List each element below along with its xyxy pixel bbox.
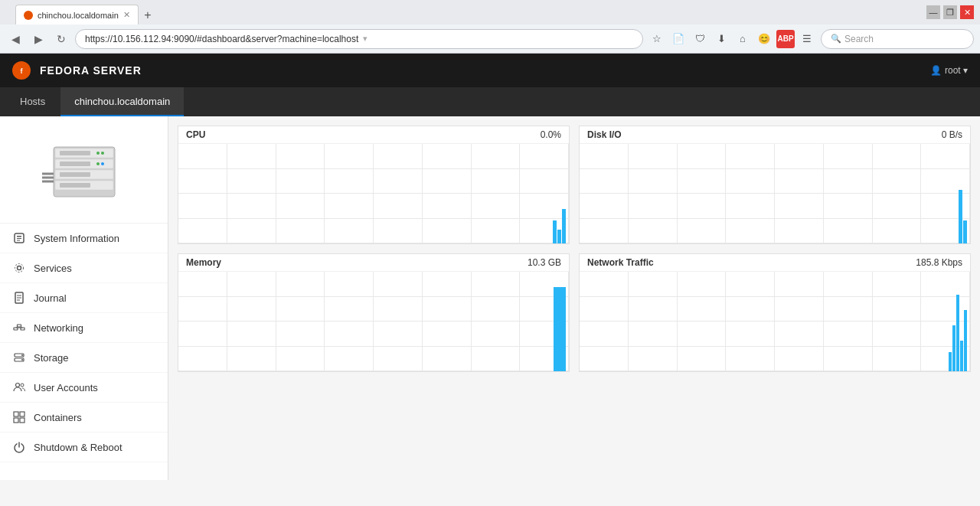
memory-chart-columns (178, 272, 569, 371)
system-information-label: System Information (34, 233, 119, 244)
memory-col-5 (374, 272, 423, 371)
network-metric-header: Network Traffic 185.8 Kbps (580, 254, 970, 272)
hosts-tab[interactable]: Hosts (6, 87, 59, 116)
svg-point-38 (16, 384, 20, 387)
download-icon[interactable]: ⬇ (712, 30, 730, 48)
cpu-metric-header: CPU 0.0% (178, 126, 569, 144)
chart-col-6 (423, 144, 472, 243)
main-layout: System Information Services Journal Netw… (0, 116, 980, 480)
disk-col-2 (629, 144, 678, 243)
tab-title: chinchou.localdomain (38, 11, 119, 20)
sidebar-item-services[interactable]: Services (0, 253, 168, 283)
hosts-tab-label: Hosts (20, 96, 45, 107)
network-bar-1 (949, 352, 952, 371)
minimize-button[interactable]: — (926, 5, 940, 19)
svg-rect-40 (14, 412, 18, 416)
close-button[interactable]: ✕ (960, 5, 974, 19)
svg-rect-7 (60, 151, 90, 155)
memory-chart (178, 272, 569, 371)
tab-favicon (24, 11, 33, 20)
sidebar-item-journal[interactable]: Journal (0, 283, 168, 313)
app-title: FEDORA SERVER (40, 64, 142, 77)
svg-point-36 (21, 354, 23, 356)
svg-rect-42 (14, 418, 18, 423)
fedora-logo-icon: f (16, 65, 27, 76)
disk-bar-1 (959, 190, 962, 243)
memory-bar-1 (554, 287, 566, 371)
svg-point-37 (21, 359, 23, 361)
close-tab-icon[interactable]: ✕ (123, 10, 130, 20)
shield-icon[interactable]: 🛡 (691, 30, 709, 48)
active-host-tab[interactable]: chinchou.localdomain (60, 87, 184, 116)
active-host-label: chinchou.localdomain (74, 96, 170, 107)
disk-col-7 (873, 144, 922, 243)
bookmark-icon[interactable]: ☆ (648, 30, 666, 48)
menu-icon[interactable]: ☰ (798, 30, 816, 48)
svg-point-13 (96, 162, 100, 165)
system-information-icon (12, 231, 26, 245)
memory-bars (554, 272, 566, 371)
cpu-bar-3 (562, 209, 566, 243)
disk-col-5 (775, 144, 824, 243)
cpu-value: 0.0% (541, 129, 561, 140)
svg-point-14 (101, 162, 104, 165)
svg-point-22 (18, 266, 21, 270)
server-illustration (38, 132, 130, 208)
chart-col-3 (276, 144, 325, 243)
sidebar-item-storage[interactable]: Storage (0, 343, 168, 373)
disk-col-3 (678, 144, 727, 243)
active-tab[interactable]: chinchou.localdomain ✕ (15, 5, 139, 24)
cpu-bar-2 (557, 230, 561, 243)
sidebar-item-networking[interactable]: Networking (0, 313, 168, 343)
svg-rect-8 (60, 162, 90, 166)
svg-point-39 (21, 384, 24, 387)
memory-col-6 (423, 272, 472, 371)
adblock-icon[interactable]: ABP (776, 30, 795, 48)
new-tab-button[interactable]: + (139, 6, 157, 24)
reader-icon[interactable]: 📄 (669, 30, 688, 48)
search-placeholder: Search (844, 34, 874, 44)
search-bar[interactable]: 🔍 Search (821, 29, 974, 49)
sidebar-item-shutdown-reboot[interactable]: Shutdown & Reboot (0, 433, 168, 462)
forward-button[interactable]: ▶ (29, 30, 47, 48)
chart-col-1 (178, 144, 227, 243)
tab-bar: chinchou.localdomain ✕ + (12, 0, 920, 24)
journal-label: Journal (34, 292, 67, 304)
network-bar-3 (956, 295, 959, 371)
memory-value: 10.3 GB (528, 257, 561, 268)
storage-label: Storage (34, 352, 69, 364)
network-bars (949, 272, 967, 371)
disk-col-1 (580, 144, 629, 243)
toolbar-icons: ☆ 📄 🛡 ⬇ ⌂ 😊 ABP ☰ (648, 30, 816, 48)
network-metric-card: Network Traffic 185.8 Kbps (579, 253, 971, 372)
network-bar-2 (952, 325, 956, 371)
network-col-3 (678, 272, 727, 371)
reload-button[interactable]: ↻ (52, 30, 70, 48)
cpu-metric-card: CPU 0.0% (178, 126, 570, 244)
svg-point-11 (96, 152, 100, 155)
svg-point-23 (15, 264, 24, 273)
profile-icon[interactable]: 😊 (755, 30, 773, 48)
cpu-chart (178, 144, 569, 243)
search-icon: 🔍 (831, 34, 841, 44)
memory-metric-card: Memory 10.3 GB (178, 253, 570, 372)
sidebar-item-containers[interactable]: Containers (0, 403, 168, 433)
networking-icon (12, 321, 26, 335)
sidebar-item-system-information[interactable]: System Information (0, 224, 168, 253)
sidebar-item-user-accounts[interactable]: User Accounts (0, 373, 168, 403)
home-icon[interactable]: ⌂ (733, 30, 752, 48)
maximize-button[interactable]: ❐ (943, 5, 957, 19)
chart-col-7 (472, 144, 521, 243)
cpu-chart-columns (178, 144, 569, 243)
network-col-7 (873, 272, 922, 371)
disk-value: 0 B/s (942, 129, 962, 140)
disk-title: Disk I/O (587, 129, 622, 140)
disk-metric-card: Disk I/O 0 B/s (579, 126, 971, 244)
back-button[interactable]: ◀ (6, 30, 24, 48)
app-logo: f (12, 61, 31, 80)
disk-bar-2 (963, 220, 967, 243)
network-col-2 (629, 272, 678, 371)
url-bar[interactable]: https://10.156.112.94:9090/#dashboard&se… (75, 29, 643, 49)
cpu-bars (553, 144, 566, 243)
user-menu[interactable]: 👤 root ▾ (930, 65, 968, 76)
